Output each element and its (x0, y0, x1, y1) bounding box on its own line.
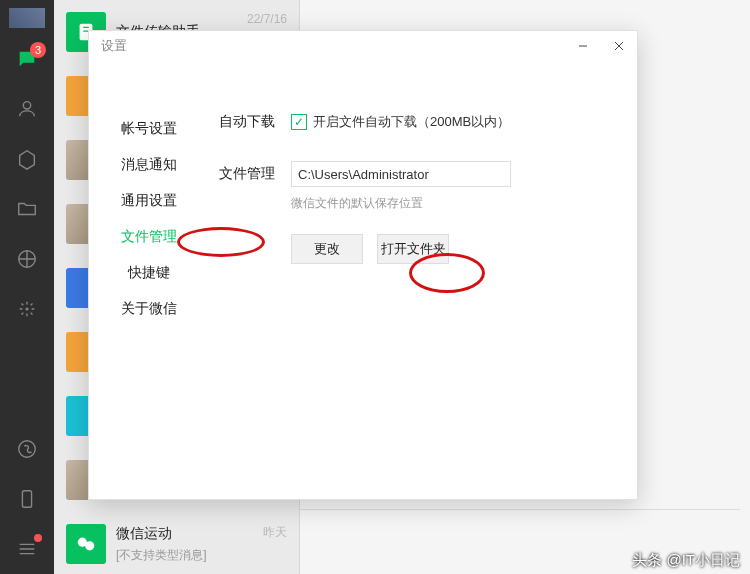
change-button[interactable]: 更改 (291, 234, 363, 264)
input-divider (300, 509, 740, 510)
svg-point-0 (23, 102, 30, 109)
watermark: 头条 @IT小日记 (632, 551, 740, 570)
svg-point-7 (85, 541, 94, 550)
nav-general[interactable]: 通用设置 (89, 183, 209, 219)
auto-download-text: 开启文件自动下载（200MB以内） (313, 113, 510, 131)
left-rail: 3 (0, 0, 54, 574)
menu-icon[interactable] (14, 536, 40, 562)
chat-icon[interactable]: 3 (14, 46, 40, 72)
settings-content: 自动下载 开启文件自动下载（200MB以内） 文件管理 微信文件的默认保存位置 … (209, 61, 637, 499)
nav-notifications[interactable]: 消息通知 (89, 147, 209, 183)
file-path-hint: 微信文件的默认保存位置 (291, 195, 617, 212)
avatar[interactable] (9, 8, 45, 28)
chat-item-sport[interactable]: 微信运动 [不支持类型消息] 昨天 (54, 512, 299, 574)
svg-rect-4 (22, 491, 31, 508)
nav-account[interactable]: 帐号设置 (89, 111, 209, 147)
favorites-icon[interactable] (14, 146, 40, 172)
svg-point-3 (19, 441, 36, 458)
close-button[interactable] (601, 31, 637, 61)
contacts-icon[interactable] (14, 96, 40, 122)
phone-icon[interactable] (14, 486, 40, 512)
svg-point-2 (26, 308, 28, 310)
dialog-titlebar: 设置 (89, 31, 637, 61)
file-path-input[interactable] (291, 161, 511, 187)
file-manage-label: 文件管理 (219, 165, 291, 183)
nav-file-management[interactable]: 文件管理 (89, 219, 209, 255)
auto-download-checkbox[interactable] (291, 114, 307, 130)
nav-about[interactable]: 关于微信 (89, 291, 209, 327)
files-icon[interactable] (14, 196, 40, 222)
auto-download-label: 自动下载 (219, 113, 291, 131)
minimize-button[interactable] (565, 31, 601, 61)
unread-badge: 3 (30, 42, 46, 58)
dialog-title: 设置 (101, 37, 127, 55)
moments-icon[interactable] (14, 246, 40, 272)
nav-shortcuts[interactable]: 快捷键 (89, 255, 209, 291)
open-folder-button[interactable]: 打开文件夹 (377, 234, 449, 264)
miniprogram-icon[interactable] (14, 436, 40, 462)
more-icon[interactable] (14, 296, 40, 322)
settings-nav: 帐号设置 消息通知 通用设置 文件管理 快捷键 关于微信 (89, 61, 209, 499)
settings-dialog: 设置 帐号设置 消息通知 通用设置 文件管理 快捷键 关于微信 自动下载 开启文… (88, 30, 638, 500)
